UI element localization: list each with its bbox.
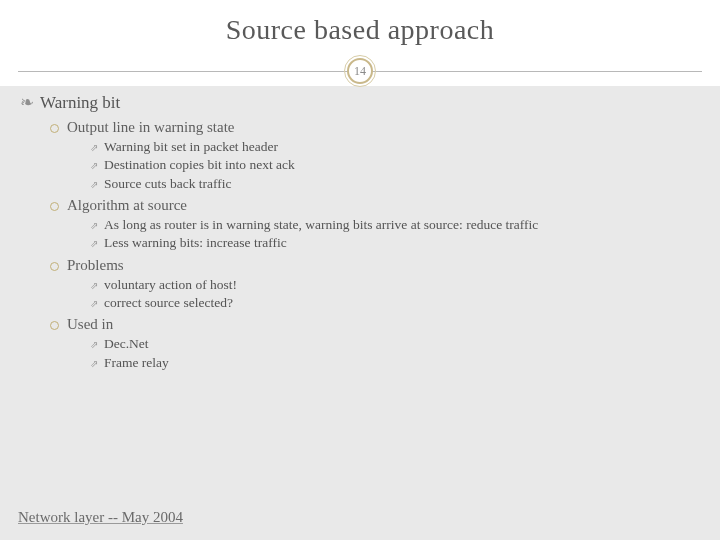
circle-bullet-icon bbox=[50, 124, 59, 133]
divider: 14 bbox=[18, 56, 702, 86]
item-text: voluntary action of host! bbox=[104, 277, 237, 292]
item-text: Frame relay bbox=[104, 355, 169, 370]
content-area: ❧Warning bit Output line in warning stat… bbox=[0, 86, 720, 501]
section-heading: Used in bbox=[50, 314, 700, 334]
page-number-badge: 14 bbox=[347, 58, 373, 84]
section-heading: Algorithm at source bbox=[50, 195, 700, 215]
list-item: ⇗As long as router is in warning state, … bbox=[90, 216, 700, 234]
list-item: ⇗Source cuts back traffic bbox=[90, 175, 700, 193]
circle-bullet-icon bbox=[50, 262, 59, 271]
arrow-bullet-icon: ⇗ bbox=[90, 298, 98, 309]
circle-bullet-icon bbox=[50, 202, 59, 211]
list-item: ⇗Destination copies bit into next ack bbox=[90, 156, 700, 174]
list-item: ⇗Frame relay bbox=[90, 354, 700, 372]
section-label: Output line in warning state bbox=[67, 119, 234, 135]
footer: Network layer -- May 2004 bbox=[0, 501, 720, 540]
arrow-bullet-icon: ⇗ bbox=[90, 179, 98, 190]
list-item: ⇗voluntary action of host! bbox=[90, 276, 700, 294]
section-label: Problems bbox=[67, 257, 124, 273]
arrow-bullet-icon: ⇗ bbox=[90, 220, 98, 231]
item-text: Destination copies bit into next ack bbox=[104, 157, 295, 172]
flourish-bullet-icon: ❧ bbox=[20, 93, 34, 112]
heading-l1: ❧Warning bit bbox=[20, 92, 700, 115]
section-label: Used in bbox=[67, 316, 113, 332]
item-text: As long as router is in warning state, w… bbox=[104, 217, 538, 232]
arrow-bullet-icon: ⇗ bbox=[90, 160, 98, 171]
section-heading: Problems bbox=[50, 255, 700, 275]
list-item: ⇗Dec.Net bbox=[90, 335, 700, 353]
arrow-bullet-icon: ⇗ bbox=[90, 142, 98, 153]
heading-text: Warning bit bbox=[40, 93, 120, 112]
page-number: 14 bbox=[354, 64, 366, 79]
item-text: Less warning bits: increase traffic bbox=[104, 235, 287, 250]
arrow-bullet-icon: ⇗ bbox=[90, 238, 98, 249]
section-heading: Output line in warning state bbox=[50, 117, 700, 137]
item-text: Warning bit set in packet header bbox=[104, 139, 278, 154]
list-item: ⇗correct source selected? bbox=[90, 294, 700, 312]
list-item: ⇗Less warning bits: increase traffic bbox=[90, 234, 700, 252]
title-area: Source based approach bbox=[0, 0, 720, 52]
slide: Source based approach 14 ❧Warning bit Ou… bbox=[0, 0, 720, 540]
arrow-bullet-icon: ⇗ bbox=[90, 358, 98, 369]
arrow-bullet-icon: ⇗ bbox=[90, 280, 98, 291]
item-text: Dec.Net bbox=[104, 336, 149, 351]
circle-bullet-icon bbox=[50, 321, 59, 330]
arrow-bullet-icon: ⇗ bbox=[90, 339, 98, 350]
slide-title: Source based approach bbox=[0, 14, 720, 46]
section-label: Algorithm at source bbox=[67, 197, 187, 213]
item-text: Source cuts back traffic bbox=[104, 176, 232, 191]
list-item: ⇗Warning bit set in packet header bbox=[90, 138, 700, 156]
item-text: correct source selected? bbox=[104, 295, 233, 310]
footer-text: Network layer -- May 2004 bbox=[18, 509, 183, 525]
